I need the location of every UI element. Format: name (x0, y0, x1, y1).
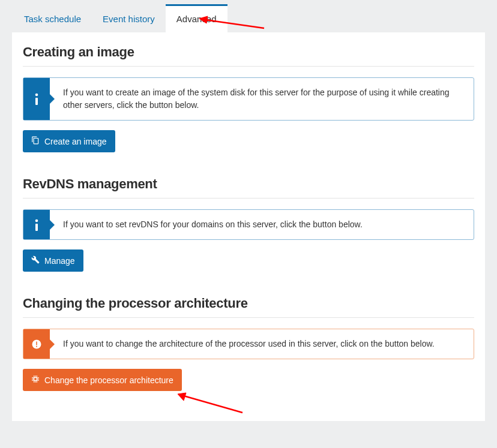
svg-rect-14 (37, 381, 37, 383)
svg-point-0 (35, 94, 38, 97)
svg-rect-3 (35, 224, 38, 231)
section-create-image: Creating an image If you want to create … (23, 44, 474, 152)
svg-rect-15 (32, 378, 33, 379)
advanced-panel: Creating an image If you want to create … (12, 32, 485, 421)
svg-point-2 (35, 219, 38, 222)
info-icon (23, 78, 50, 120)
section-title-revdns: RevDNS management (23, 176, 474, 192)
tools-icon (31, 255, 40, 266)
svg-rect-12 (35, 381, 35, 383)
divider (23, 198, 474, 199)
svg-rect-10 (34, 375, 34, 377)
divider (23, 317, 474, 318)
infobox-revdns: If you want to set revDNS for your domai… (23, 209, 474, 240)
manage-revdns-button[interactable]: Manage (23, 249, 83, 272)
section-arch: Changing the processor architecture If y… (23, 296, 474, 391)
manage-revdns-button-label: Manage (44, 256, 75, 266)
tab-advanced[interactable]: Advanced (166, 4, 227, 32)
svg-rect-18 (38, 378, 39, 379)
infobox-create-image: If you want to create an image of the sy… (23, 77, 474, 121)
section-revdns: RevDNS management If you want to set rev… (23, 176, 474, 272)
tab-event-history[interactable]: Event history (92, 4, 166, 32)
tab-task-schedule[interactable]: Task schedule (13, 4, 92, 32)
svg-rect-11 (37, 375, 37, 377)
svg-rect-19 (38, 377, 39, 378)
create-image-button[interactable]: Create an image (23, 130, 115, 152)
svg-rect-9 (35, 375, 35, 377)
create-image-button-label: Create an image (44, 137, 107, 146)
copy-icon (31, 136, 40, 146)
change-arch-button-label: Change the processor architecture (44, 375, 173, 385)
svg-rect-20 (38, 380, 39, 381)
warning-icon (23, 329, 50, 359)
infobox-arch: If you want to change the architecture o… (23, 329, 474, 359)
svg-rect-1 (35, 98, 38, 105)
infobox-text: If you want to change the architecture o… (50, 329, 474, 359)
svg-rect-17 (32, 380, 33, 381)
tab-bar: Task schedule Event history Advanced (0, 0, 497, 32)
section-title-arch: Changing the processor architecture (23, 296, 474, 311)
infobox-text: If you want to set revDNS for your domai… (50, 210, 474, 239)
svg-point-6 (36, 345, 37, 347)
svg-rect-13 (34, 381, 34, 383)
section-title-create-image: Creating an image (23, 44, 474, 60)
svg-rect-8 (34, 378, 37, 380)
cpu-icon (31, 375, 40, 385)
info-icon (23, 210, 50, 239)
svg-rect-16 (32, 377, 33, 378)
change-arch-button[interactable]: Change the processor architecture (23, 369, 182, 391)
infobox-text: If you want to create an image of the sy… (50, 78, 474, 120)
divider (23, 66, 474, 67)
svg-rect-5 (36, 341, 37, 345)
